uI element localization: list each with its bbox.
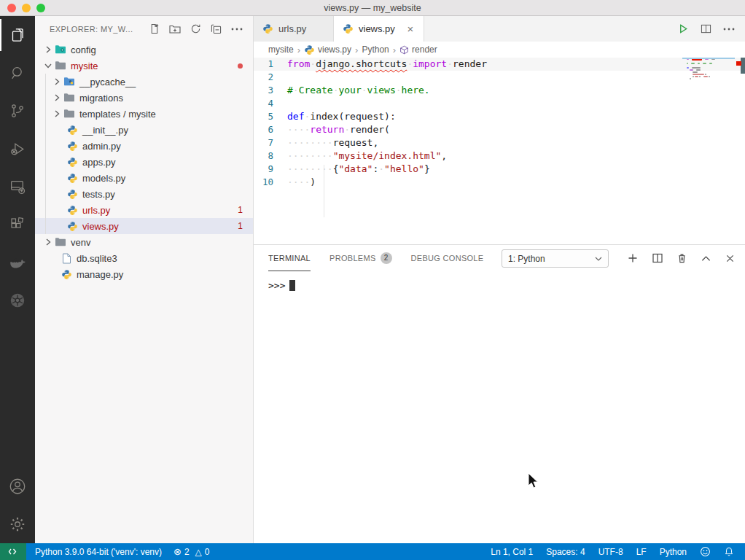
split-terminal-icon[interactable] <box>652 253 663 263</box>
python-interpreter-button[interactable]: Python 3.9.0 64-bit ('venv': venv) <box>26 543 168 560</box>
close-panel-icon[interactable] <box>725 254 735 263</box>
code-text: ········request, <box>287 136 745 149</box>
feedback-button[interactable] <box>693 543 717 560</box>
status-item-ln-1-col-1[interactable]: Ln 1, Col 1 <box>484 543 539 560</box>
activity-bar-item-search[interactable] <box>0 54 35 92</box>
split-editor-icon[interactable] <box>701 23 711 34</box>
close-window-button[interactable] <box>7 4 16 12</box>
terminal-output[interactable]: >>> <box>254 271 745 291</box>
refresh-icon[interactable] <box>190 23 201 34</box>
source-control-icon <box>9 102 26 120</box>
tab-urls-py[interactable]: urls.py <box>254 16 334 42</box>
panel-tab-terminal[interactable]: TERMINAL <box>268 245 311 271</box>
activity-bar-item-extensions[interactable] <box>0 206 35 244</box>
line-number: 2 <box>254 71 287 84</box>
tree-item--init-py[interactable]: __init__.py <box>35 122 253 138</box>
tree-item-urls-py[interactable]: urls.py1 <box>35 202 253 218</box>
line-number: 3 <box>254 84 287 97</box>
activity-bar-item-docker[interactable] <box>0 244 35 281</box>
file-icon-file-generic <box>60 252 73 264</box>
scrollbar-thumb[interactable] <box>741 58 745 74</box>
breadcrumb-item-python[interactable]: Python <box>362 44 389 55</box>
chevron-right-icon[interactable] <box>51 108 63 120</box>
minimize-window-button[interactable] <box>22 4 31 12</box>
code-text: ····) <box>287 176 745 189</box>
activity-bar-item-account[interactable] <box>0 467 35 505</box>
chevron-right-icon[interactable] <box>42 44 54 55</box>
editor-actions <box>678 16 745 42</box>
more-actions-icon[interactable] <box>231 28 243 31</box>
tree-item-models-py[interactable]: models.py <box>35 170 253 186</box>
problem-count-badge: 1 <box>238 205 243 215</box>
python-file-icon <box>343 23 354 34</box>
activity-bar-item-remote-explorer[interactable] <box>0 168 35 206</box>
tree-item-label: __pycache__ <box>79 77 136 88</box>
tree-item-config[interactable]: config <box>35 42 253 58</box>
breadcrumb-item-mysite[interactable]: mysite <box>268 44 294 55</box>
activity-bar-item-explorer[interactable] <box>0 16 35 54</box>
breadcrumb-item-views-py[interactable]: views.py <box>304 44 351 55</box>
panel-tabs: TERMINALPROBLEMS2DEBUG CONSOLE <box>268 245 502 271</box>
new-terminal-icon[interactable] <box>628 253 638 263</box>
breadcrumb-separator: › <box>355 44 358 55</box>
tab-views-py[interactable]: views.py× <box>334 16 424 42</box>
status-item-spaces-4[interactable]: Spaces: 4 <box>539 543 591 560</box>
close-tab-icon[interactable]: × <box>405 23 416 34</box>
problems-button[interactable]: ⊗ 2 △ 0 <box>168 543 216 560</box>
new-file-icon[interactable] <box>149 23 160 34</box>
more-actions-icon[interactable] <box>723 28 735 31</box>
zoom-window-button[interactable] <box>36 4 45 12</box>
terminal-selector-dropdown[interactable]: 1: Python <box>502 249 609 268</box>
panel-tab-label: TERMINAL <box>268 254 311 262</box>
code-line-1: 1from·django.shortcuts·import·render <box>254 58 745 71</box>
tab-label: urls.py <box>278 23 306 34</box>
tree-item-apps-py[interactable]: apps.py <box>35 154 253 170</box>
activity-bar-top <box>0 16 35 467</box>
chevron-right-icon[interactable] <box>51 92 63 104</box>
tree-item-admin-py[interactable]: admin.py <box>35 138 253 154</box>
activity-bar-item-settings-gear[interactable] <box>0 505 35 543</box>
chevron-down-icon[interactable] <box>42 60 54 71</box>
chevron-right-icon[interactable] <box>51 76 63 88</box>
run-file-icon[interactable] <box>678 23 689 34</box>
kill-terminal-icon[interactable] <box>677 253 687 263</box>
code-line-3: 3#·Create·your·views·here. <box>254 84 745 97</box>
run-debug-icon <box>9 140 27 158</box>
tree-item-label: __init__.py <box>82 125 128 136</box>
tree-item-views-py[interactable]: views.py1 <box>35 218 253 234</box>
collapse-all-icon[interactable] <box>211 23 222 34</box>
code-line-4: 4 <box>254 97 745 110</box>
tree-item-db-sqlite3[interactable]: db.sqlite3 <box>35 250 253 266</box>
tree-item--pycache-[interactable]: __pycache__ <box>35 74 253 90</box>
code-line-8: 8········"mysite/index.html", <box>254 149 745 163</box>
tree-item-migrations[interactable]: migrations <box>35 90 253 106</box>
status-item-python[interactable]: Python <box>653 543 693 560</box>
code-line-10: 10····) <box>254 176 745 189</box>
activity-bar-item-run-debug[interactable] <box>0 130 35 168</box>
tree-item-tests-py[interactable]: tests.py <box>35 186 253 202</box>
activity-bar <box>0 16 35 543</box>
status-item-lf[interactable]: LF <box>630 543 653 560</box>
tree-item-venv[interactable]: venv <box>35 234 253 250</box>
minimap[interactable] <box>685 58 733 145</box>
tree-item-mysite[interactable]: mysite <box>35 58 253 74</box>
folder-icon-folder-gray <box>63 108 76 120</box>
code-editor[interactable]: 1from·django.shortcuts·import·render23#·… <box>254 58 745 244</box>
status-item-utf-8[interactable]: UTF-8 <box>592 543 630 560</box>
panel-tab-problems[interactable]: PROBLEMS2 <box>329 245 392 271</box>
notifications-button[interactable] <box>717 543 741 560</box>
tree-item-manage-py[interactable]: manage.py <box>35 266 253 282</box>
activity-bar-item-kubernetes[interactable] <box>0 281 35 319</box>
tree-item-templates-mysite[interactable]: templates / mysite <box>35 106 253 122</box>
breadcrumb-item-render[interactable]: render <box>399 44 437 55</box>
activity-bar-item-source-control[interactable] <box>0 92 35 130</box>
tab-label: views.py <box>359 23 395 34</box>
new-folder-icon[interactable] <box>169 24 181 34</box>
panel-tab-debug-console[interactable]: DEBUG CONSOLE <box>411 245 484 271</box>
title-bar: views.py — my_website <box>0 0 745 16</box>
file-icon-python <box>60 268 73 280</box>
chevron-right-icon[interactable] <box>42 236 54 248</box>
remote-window-button[interactable] <box>0 543 26 560</box>
maximize-panel-icon[interactable] <box>701 255 711 262</box>
python-file-icon <box>304 44 315 55</box>
